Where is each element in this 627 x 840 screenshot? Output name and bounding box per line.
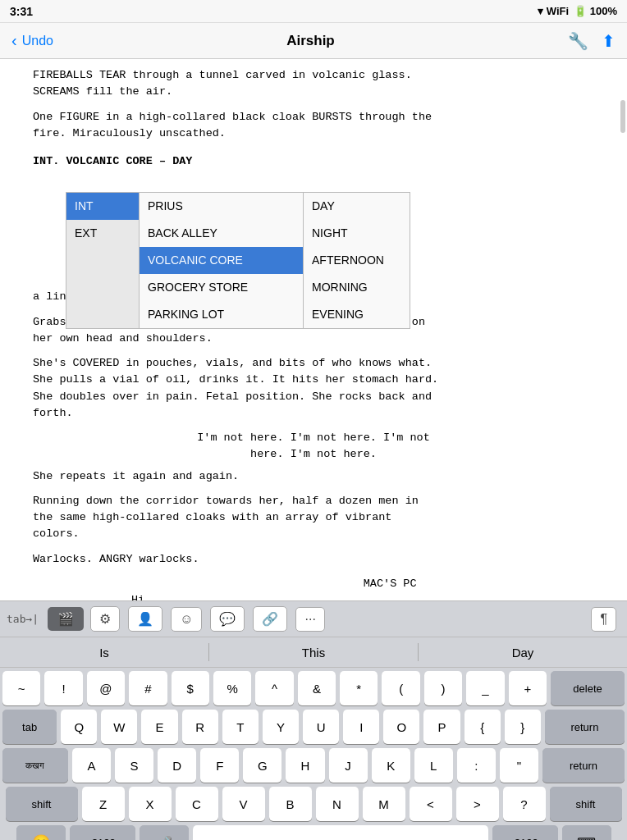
toolbar-comment-btn[interactable]: 💬 [210,606,245,632]
key-asterisk[interactable]: * [340,671,378,705]
key-rbrace[interactable]: } [505,710,541,744]
key-v[interactable]: V [222,787,265,821]
key-hash[interactable]: # [129,671,167,705]
key-plus[interactable]: + [509,671,547,705]
key-underscore[interactable]: _ [466,671,504,705]
back-chevron-icon[interactable]: ‹ [11,31,17,50]
key-shift-right[interactable]: shift [550,787,622,821]
dropdown-morning[interactable]: MORNING [304,274,410,301]
status-time: 3:31 [10,5,33,18]
key-t[interactable]: T [222,710,259,744]
key-o[interactable]: O [383,710,419,744]
key-lbrace[interactable]: { [465,710,501,744]
dropdown-int-ext[interactable]: INT EXT [66,192,140,329]
toolbar-paragraph-btn[interactable]: ¶ [591,607,616,632]
key-w[interactable]: W [101,710,137,744]
scroll-indicator[interactable] [620,100,625,133]
key-colon[interactable]: : [457,748,496,783]
key-g[interactable]: G [243,748,281,783]
tools-icon[interactable]: 🔧 [568,31,588,51]
dropdown-evening[interactable]: EVENING [304,301,410,328]
dropdown-volcanic-core[interactable]: VOLCANIC CORE [140,247,303,274]
status-bar: 3:31 ▾ WiFi 🔋 100% [0,0,627,23]
key-i[interactable]: I [343,710,379,744]
screenplay[interactable]: FIREBALLS TEAR through a tunnel carved i… [0,67,627,600]
key-p[interactable]: P [423,710,460,744]
key-space[interactable] [193,825,488,840]
key-s[interactable]: S [115,748,153,783]
key-z[interactable]: Z [82,787,125,821]
suggestion-day[interactable]: Day [419,639,627,666]
toolbar-more-btn[interactable]: ··· [295,607,324,632]
key-row-bottom: 😊 .?123 🎤 .?123 ⌨ [2,825,625,840]
key-exclaim[interactable]: ! [44,671,82,705]
dropdown-ext[interactable]: EXT [66,220,139,247]
key-tab[interactable]: tab [2,710,57,744]
key-lt[interactable]: < [410,787,452,821]
key-hindi[interactable]: कखग [2,748,68,783]
key-at[interactable]: @ [87,671,125,705]
key-a[interactable]: A [72,748,111,783]
suggestion-is[interactable]: Is [0,639,208,666]
key-emoji[interactable]: 😊 [16,825,66,840]
key-rparen[interactable]: ) [424,671,462,705]
key-123-left[interactable]: .?123 [70,825,135,840]
key-mic[interactable]: 🎤 [140,825,189,840]
key-n[interactable]: N [316,787,359,821]
dropdown-back-alley[interactable]: BACK ALLEY [140,220,303,247]
key-q[interactable]: Q [61,710,97,744]
key-e[interactable]: E [141,710,177,744]
key-r[interactable]: R [182,710,218,744]
key-question[interactable]: ? [503,787,546,821]
key-return[interactable]: return [545,710,625,744]
key-c[interactable]: C [176,787,218,821]
script-action-5: She's COVERED in pouches, vials, and bit… [33,355,594,422]
toolbar-emotion-btn[interactable]: ☺ [171,607,202,632]
key-k[interactable]: K [372,748,410,783]
autocomplete-dropdown[interactable]: INT EXT PRIUS BACK ALLEY VOLCANIC CORE G… [66,192,410,329]
toolbar-scene-btn[interactable]: 🎬 [48,607,84,631]
share-icon[interactable]: ⬆︎ [602,31,616,51]
dropdown-prius[interactable]: PRIUS [140,193,303,220]
key-delete[interactable]: delete [551,671,625,705]
key-keyboard[interactable]: ⌨ [562,825,611,840]
key-b[interactable]: B [269,787,312,821]
dropdown-night[interactable]: NIGHT [304,220,410,247]
dropdown-grocery-store[interactable]: GROCERY STORE [140,274,303,301]
undo-button[interactable]: Undo [22,34,53,48]
toolbar-character-btn[interactable]: 👤 [128,606,162,632]
dropdown-day[interactable]: DAY [304,193,410,220]
key-m[interactable]: M [363,787,405,821]
key-lparen[interactable]: ( [382,671,419,705]
key-f[interactable]: F [200,748,239,783]
dropdown-locations[interactable]: PRIUS BACK ALLEY VOLCANIC CORE GROCERY S… [140,192,304,329]
key-y[interactable]: Y [263,710,299,744]
key-return-2[interactable]: return [542,748,625,783]
toolbar-settings-btn[interactable]: ⚙ [90,606,120,632]
key-dollar[interactable]: $ [172,671,209,705]
key-row-symbols: ~ ! @ # $ % ^ & * ( ) _ + delete [2,671,625,705]
key-x[interactable]: X [129,787,172,821]
suggestion-this[interactable]: This [209,639,418,666]
key-123-right[interactable]: .?123 [492,825,558,840]
key-shift-left[interactable]: shift [6,787,78,821]
key-tilde[interactable]: ~ [2,671,40,705]
dropdown-afternoon[interactable]: AFTERNOON [304,247,410,274]
key-d[interactable]: D [158,748,196,783]
key-quote[interactable]: " [500,748,538,783]
wifi-icon: ▾ WiFi [538,5,569,17]
toolbar-link-btn[interactable]: 🔗 [253,606,287,632]
key-l[interactable]: L [414,748,453,783]
key-u[interactable]: U [303,710,339,744]
key-h[interactable]: H [286,748,324,783]
dropdown-parking-lot[interactable]: PARKING LOT [140,301,303,328]
key-ampersand[interactable]: & [298,671,336,705]
key-caret[interactable]: ^ [255,671,293,705]
script-dialogue-1: I'm not here. I'm not here. I'm not here… [33,430,594,463]
dropdown-times[interactable]: DAY NIGHT AFTERNOON MORNING EVENING [304,192,410,329]
dropdown-int[interactable]: INT [66,193,139,220]
key-gt[interactable]: > [456,787,499,821]
toolbar: tab→| 🎬 ⚙ 👤 ☺ 💬 🔗 ··· ¶ [0,600,627,637]
key-percent[interactable]: % [213,671,251,705]
key-j[interactable]: J [329,748,368,783]
